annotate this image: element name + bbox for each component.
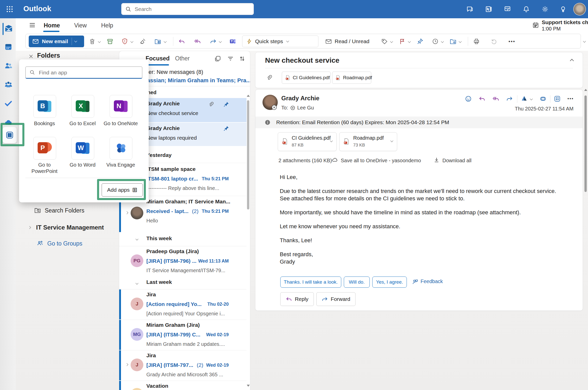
move-dropdown-chevron[interactable] [164, 40, 166, 43]
section-yesterday[interactable]: Yesterday [146, 152, 172, 158]
reply-all-icon[interactable] [194, 38, 201, 46]
move-to-folder-icon[interactable] [154, 38, 161, 46]
message-more-button[interactable]: ••• [567, 96, 574, 102]
quick-steps-chevron[interactable] [286, 39, 289, 42]
suggested-reply-button[interactable]: Yes, I agree. [372, 277, 407, 288]
recipient-name[interactable]: Lee Gu [297, 105, 314, 111]
scroll-thumb[interactable] [584, 95, 587, 192]
message-avatar[interactable]: J [131, 359, 143, 371]
reply-icon[interactable] [478, 95, 486, 103]
forward-icon[interactable] [506, 95, 513, 103]
scroll-up-arrow[interactable] [584, 89, 587, 91]
reply-all-icon[interactable] [492, 95, 499, 103]
teams-share-icon[interactable] [229, 38, 237, 46]
filter-icon[interactable] [227, 55, 234, 63]
delete-icon[interactable] [89, 38, 96, 46]
download-all-link[interactable]: Download all [442, 158, 472, 164]
attachment-options-chevron[interactable] [390, 139, 393, 142]
loop-icon[interactable] [539, 95, 547, 103]
delete-dropdown-chevron[interactable] [98, 40, 101, 43]
itsm-expand-chevron[interactable] [28, 226, 31, 229]
forward-icon[interactable] [210, 38, 217, 46]
section-last-week[interactable]: Last week [146, 279, 172, 285]
feedback-link[interactable]: Feedback [421, 279, 443, 284]
folder-item-itsm[interactable]: IT Service Management [36, 224, 104, 231]
toolbar-more-button[interactable]: ••• [508, 39, 515, 44]
undo-icon[interactable] [490, 38, 497, 46]
thread-expand-chevron[interactable] [125, 363, 128, 366]
save-all-link[interactable]: Save all to OneDrive - yasoondemo [341, 158, 421, 164]
message-row[interactable]: V Vacation [119, 381, 246, 390]
rail-people-icon[interactable] [4, 61, 13, 71]
attachment-card[interactable]: CI Guidelines.pdf 87 KB [278, 132, 337, 151]
new-email-dropdown-chevron[interactable] [74, 39, 77, 42]
message-avatar[interactable]: J [131, 298, 143, 310]
pin-icon[interactable] [416, 38, 424, 46]
message-row[interactable]: J Jira [JIRA] (ITSM-797... (2) Wed 02-19… [119, 350, 246, 380]
attachment-chip[interactable]: CI Guidelines.pdf [282, 72, 331, 84]
message-list-scrollbar[interactable] [246, 89, 250, 390]
rail-mail-icon[interactable] [4, 24, 13, 34]
account-avatar[interactable] [573, 3, 586, 15]
reading-pane-scrollbar[interactable] [584, 51, 588, 390]
attachment-chip[interactable]: Roadmap.pdf [332, 72, 371, 84]
banner-link[interactable]: Atlassian; Miriam Graham in Teams; Pra..… [140, 77, 250, 84]
section-this-week[interactable]: This week [146, 235, 172, 241]
app-tile-excel[interactable]: X [71, 95, 94, 118]
read-unread-envelope-icon[interactable] [325, 38, 332, 46]
categorize-tag-icon[interactable] [381, 38, 388, 46]
thread-expand-chevron[interactable] [125, 211, 128, 214]
attachment-card[interactable]: Roadmap.pdf 73 KB [339, 132, 397, 151]
hamburger-menu-icon[interactable] [28, 21, 36, 30]
reply-icon[interactable] [178, 38, 185, 46]
app-tile-onenote[interactable]: N [110, 95, 132, 118]
message-row[interactable]: PG Pradeep Gupta (Jira) [JIRA] (ITSM-796… [119, 246, 246, 276]
snooze-clock-icon[interactable] [432, 38, 439, 46]
jira-app-icon[interactable] [521, 95, 528, 103]
forward-dropdown-chevron[interactable] [219, 40, 222, 43]
sweep-icon[interactable] [139, 38, 146, 46]
forward-button[interactable]: Forward [316, 292, 355, 306]
search-input[interactable] [134, 4, 250, 14]
sender-name[interactable]: Grady Archie [281, 95, 319, 102]
message-avatar[interactable] [131, 207, 143, 219]
search-box[interactable] [121, 3, 254, 15]
section-last-week-chevron[interactable] [135, 282, 138, 284]
flag-icon[interactable] [399, 38, 406, 46]
select-messages-icon[interactable] [214, 55, 221, 63]
app-tile-word[interactable]: W [71, 137, 94, 160]
tab-focused[interactable]: Focused [146, 55, 170, 62]
teams-chat-icon[interactable] [466, 5, 474, 14]
app-tile-bookings[interactable]: B [33, 95, 56, 118]
todo-tasks-icon[interactable] [504, 5, 511, 14]
app-tile-powerpoint[interactable]: P [33, 137, 56, 160]
tab-home[interactable]: Home [44, 22, 60, 29]
categorize-chevron[interactable] [390, 40, 393, 43]
reply-button[interactable]: Reply [280, 292, 314, 306]
flag-chevron[interactable] [408, 40, 411, 43]
suggested-reply-button[interactable]: Will do. [344, 277, 370, 288]
message-avatar[interactable]: MG [131, 328, 143, 341]
app-tile-viva-engage[interactable] [110, 137, 132, 160]
section-this-week-chevron[interactable] [135, 237, 138, 240]
message-avatar[interactable]: PG [131, 254, 143, 267]
tips-lightbulb-icon[interactable] [559, 5, 567, 14]
notifications-bell-icon[interactable] [522, 5, 530, 14]
print-icon[interactable] [473, 38, 480, 46]
rules-folder-icon[interactable] [450, 38, 457, 46]
apps-grid-icon[interactable] [554, 95, 561, 103]
rail-calendar-icon[interactable] [4, 43, 13, 52]
suggested-reply-button[interactable]: Thanks. I will take a look. [280, 277, 341, 288]
scroll-thumb[interactable] [247, 100, 249, 209]
archive-icon[interactable] [106, 38, 114, 46]
pinned-pin-icon[interactable] [223, 125, 229, 133]
report-dropdown-chevron[interactable] [130, 40, 133, 43]
find-app-input[interactable] [38, 67, 140, 78]
read-unread-label[interactable]: Read / Unread [335, 38, 369, 44]
find-app-searchbox[interactable] [25, 67, 142, 79]
rail-todo-icon[interactable] [4, 99, 13, 109]
tab-view[interactable]: View [74, 22, 87, 29]
jira-app-chevron[interactable] [530, 97, 533, 100]
rules-chevron[interactable] [459, 40, 461, 43]
add-reaction-icon[interactable] [465, 95, 472, 103]
